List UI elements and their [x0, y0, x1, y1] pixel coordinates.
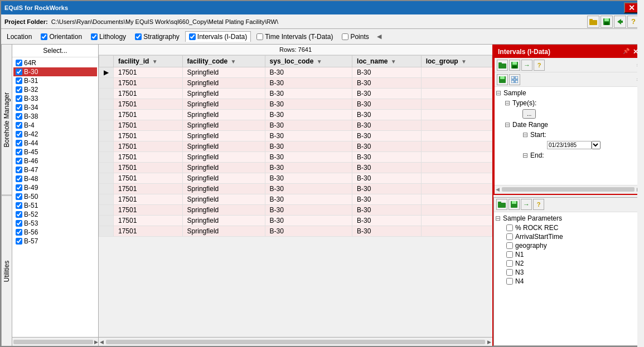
borehole-b38-check[interactable] — [16, 113, 22, 120]
col-facility-code[interactable]: facility_code ▼ — [182, 56, 265, 67]
col-sys-loc-code[interactable]: sys_loc_code ▼ — [265, 56, 352, 67]
borehole-b49-check[interactable] — [16, 184, 22, 191]
params-arrow-button[interactable]: → — [521, 199, 532, 210]
table-hscroll[interactable]: ◀ ▶ — [99, 337, 492, 346]
select-all-area[interactable]: Select... — [12, 45, 98, 57]
borehole-b31-check[interactable] — [16, 77, 22, 84]
filter-sys-loc-code-icon[interactable]: ▼ — [317, 58, 322, 65]
filter-loc-name-icon[interactable]: ▼ — [391, 58, 396, 65]
start-date-dropdown[interactable]: ▼ — [592, 141, 601, 149]
tab-orientation-check[interactable] — [41, 33, 47, 40]
table-row[interactable]: 17501SpringfieldB-30B-30 — [99, 173, 492, 184]
borehole-b45-check[interactable] — [16, 149, 22, 155]
project-arrow-icon[interactable] — [614, 16, 626, 28]
idata-arrow-button[interactable]: → — [521, 60, 532, 71]
table-row[interactable]: 17501SpringfieldB-30B-30 — [99, 141, 492, 152]
borehole-b47-check[interactable] — [16, 167, 22, 173]
borehole-64r-check[interactable] — [16, 60, 22, 66]
borehole-b48-check[interactable] — [16, 175, 22, 182]
idata-save-button[interactable] — [509, 60, 520, 71]
utilities-tab[interactable]: Utilities — [1, 196, 12, 346]
params-help-button[interactable]: ? — [533, 199, 544, 210]
params-vscroll[interactable] — [637, 45, 643, 346]
borehole-b50-check[interactable] — [16, 193, 22, 200]
tab-lithology[interactable]: Lithology — [88, 32, 129, 42]
borehole-b53-check[interactable] — [16, 220, 22, 227]
table-row[interactable]: 17501SpringfieldB-30B-30 — [99, 226, 492, 237]
idata-grid-button[interactable] — [509, 74, 520, 85]
filter-facility-id-icon[interactable]: ▼ — [152, 58, 158, 65]
table-row[interactable]: 17501SpringfieldB-30B-30 — [99, 152, 492, 163]
tab-intervals-idata[interactable]: Intervals (I-Data) — [185, 31, 251, 42]
table-row[interactable]: 17501SpringfieldB-30B-30 — [99, 89, 492, 99]
borehole-b34-check[interactable] — [16, 104, 22, 111]
table-row[interactable]: ▶17501SpringfieldB-30B-30 — [99, 67, 492, 78]
table-row[interactable]: 17501SpringfieldB-30B-30 — [99, 99, 492, 110]
tab-stratigraphy-check[interactable] — [135, 33, 142, 40]
sample-params-expander[interactable]: ⊟ — [495, 214, 503, 222]
date-range-expander[interactable]: ⊟ — [505, 121, 512, 129]
tab-points-check[interactable] — [342, 33, 348, 40]
idata-panel-pin[interactable]: 📌 — [623, 48, 630, 56]
param-geography-check[interactable] — [506, 242, 513, 249]
table-row[interactable]: 17501SpringfieldB-30B-30 — [99, 194, 492, 205]
start-label: Start: — [530, 131, 546, 139]
borehole-b57-check[interactable] — [16, 238, 22, 245]
table-row[interactable]: 17501SpringfieldB-30B-30 — [99, 163, 492, 173]
table-row[interactable]: 17501SpringfieldB-30B-30 — [99, 184, 492, 194]
table-row[interactable]: 17501SpringfieldB-30B-30 — [99, 110, 492, 120]
idata-hscroll[interactable]: ◀ ▶ — [495, 185, 642, 194]
project-folder-icon[interactable] — [587, 16, 599, 28]
idata-open-button[interactable] — [497, 60, 508, 71]
tab-orientation[interactable]: Orientation — [37, 32, 85, 42]
types-expander[interactable]: ⊟ — [505, 99, 512, 107]
borehole-list-hscroll[interactable]: ▶ — [12, 337, 98, 346]
types-picker-button[interactable]: ... — [522, 109, 536, 119]
borehole-b46-check[interactable] — [16, 158, 22, 164]
col-loc-name[interactable]: loc_name ▼ — [352, 56, 422, 67]
col-facility-id[interactable]: facility_id ▼ — [114, 56, 183, 67]
table-row[interactable]: 17501SpringfieldB-30B-30 — [99, 78, 492, 89]
table-row[interactable]: 17501SpringfieldB-30B-30 — [99, 216, 492, 226]
param-n1-check[interactable] — [506, 251, 513, 258]
borehole-b4-check[interactable] — [16, 122, 22, 129]
param-n2-check[interactable] — [506, 260, 513, 267]
start-expander[interactable]: ⊟ — [522, 131, 530, 139]
param-rock-rec-check[interactable] — [506, 224, 513, 231]
sample-expander[interactable]: ⊟ — [496, 89, 503, 97]
tab-points[interactable]: Points — [338, 32, 372, 42]
borehole-b30-check[interactable] — [16, 69, 22, 75]
table-row[interactable]: 17501SpringfieldB-30B-30 — [99, 131, 492, 141]
start-date-input[interactable] — [547, 141, 592, 149]
idata-help-button[interactable]: ? — [534, 60, 545, 71]
idata-save-alt-button[interactable] — [497, 74, 508, 85]
data-table-container[interactable]: facility_id ▼ facility_code ▼ sys_loc_co… — [99, 55, 492, 337]
end-expander[interactable]: ⊟ — [522, 151, 530, 159]
param-n4-check[interactable] — [506, 278, 513, 285]
tab-tdata-check[interactable] — [256, 33, 263, 40]
tab-time-intervals[interactable]: Time Intervals (T-Data) — [253, 32, 336, 42]
params-save-button[interactable] — [509, 199, 520, 210]
param-arrival-start-time-check[interactable] — [506, 233, 513, 240]
table-row[interactable]: 17501SpringfieldB-30B-30 — [99, 205, 492, 216]
borehole-b56-check[interactable] — [16, 229, 22, 236]
table-row[interactable]: 17501SpringfieldB-30B-30 — [99, 120, 492, 131]
tab-location[interactable]: Location — [3, 32, 35, 42]
tab-idata-check[interactable] — [189, 33, 196, 40]
col-loc-group[interactable]: loc_group ▼ — [421, 56, 492, 67]
filter-loc-group-icon[interactable]: ▼ — [461, 58, 467, 65]
params-open-button[interactable] — [496, 199, 507, 210]
borehole-b51-check[interactable] — [16, 202, 22, 209]
borehole-b44-check[interactable] — [16, 140, 22, 146]
filter-facility-code-icon[interactable]: ▼ — [231, 58, 236, 65]
borehole-b32-check[interactable] — [16, 86, 22, 93]
project-save-icon[interactable] — [601, 16, 613, 28]
param-n3-check[interactable] — [506, 269, 513, 276]
borehole-b33-check[interactable] — [16, 95, 22, 102]
tab-stratigraphy[interactable]: Stratigraphy — [132, 32, 183, 42]
borehole-b52-check[interactable] — [16, 211, 22, 218]
tab-lithology-check[interactable] — [91, 33, 98, 40]
borehole-manager-tab[interactable]: Borehole Manager — [1, 45, 12, 196]
borehole-b42-check[interactable] — [16, 131, 22, 138]
project-icons: ? — [587, 16, 640, 28]
